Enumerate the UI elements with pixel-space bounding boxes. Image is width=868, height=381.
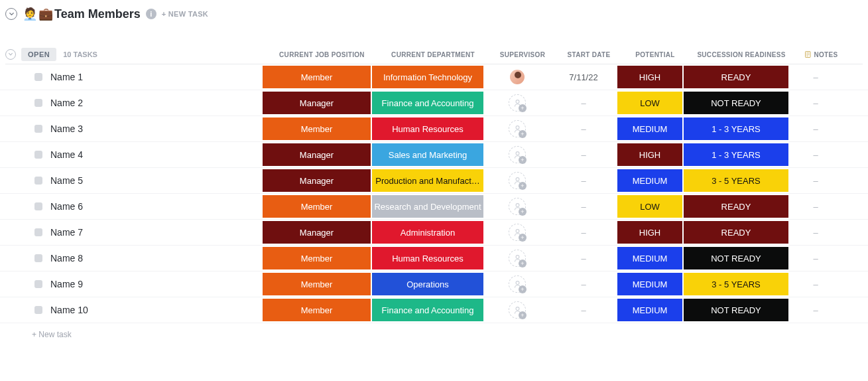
department-chip[interactable]: Research and Development (372, 195, 483, 218)
department-chip[interactable]: Finance and Accounting (372, 299, 483, 321)
position-chip[interactable]: Manager (263, 143, 371, 166)
notes-cell[interactable]: – (789, 305, 842, 315)
list-title[interactable]: 🧑‍💼 💼 Team Members (23, 7, 141, 21)
position-chip[interactable]: Manager (263, 169, 371, 192)
start-date-cell[interactable]: – (550, 279, 617, 289)
task-name[interactable]: Name 5 (50, 175, 83, 186)
notes-cell[interactable]: – (789, 254, 842, 264)
succession-chip[interactable]: NOT READY (684, 299, 788, 321)
column-header-position[interactable]: CURRENT JOB POSITION (267, 51, 377, 58)
department-chip[interactable]: Human Resources (372, 117, 483, 140)
column-header-department[interactable]: CURRENT DEPARTMENT (377, 51, 489, 58)
position-chip[interactable]: Member (263, 66, 371, 88)
info-icon[interactable]: i (146, 9, 156, 19)
notes-cell[interactable]: – (789, 124, 842, 134)
status-square-icon[interactable] (34, 306, 42, 314)
task-name[interactable]: Name 10 (50, 305, 88, 315)
potential-chip[interactable]: HIGH (617, 66, 682, 88)
status-square-icon[interactable] (34, 280, 42, 288)
start-date-cell[interactable]: – (550, 124, 617, 134)
potential-chip[interactable]: HIGH (617, 221, 682, 244)
column-header-potential[interactable]: POTENTIAL (622, 51, 688, 58)
department-chip[interactable]: Human Resources (372, 247, 483, 269)
add-supervisor-button[interactable]: + (509, 146, 526, 163)
position-chip[interactable]: Manager (263, 221, 371, 244)
add-supervisor-button[interactable]: + (509, 120, 526, 137)
task-name[interactable]: Name 7 (50, 227, 83, 238)
task-name[interactable]: Name 3 (50, 123, 83, 134)
status-square-icon[interactable] (34, 202, 42, 210)
succession-chip[interactable]: READY (684, 221, 788, 244)
potential-chip[interactable]: LOW (617, 195, 682, 218)
status-square-icon[interactable] (34, 228, 42, 236)
column-header-succession[interactable]: SUCCESSION READINESS (688, 51, 794, 58)
start-date-cell[interactable]: – (550, 305, 617, 315)
department-chip[interactable]: Finance and Accounting (372, 92, 483, 114)
potential-chip[interactable]: MEDIUM (617, 117, 682, 140)
succession-chip[interactable]: NOT READY (684, 92, 788, 114)
succession-chip[interactable]: 1 - 3 YEARS (684, 117, 788, 140)
status-square-icon[interactable] (34, 254, 42, 262)
succession-chip[interactable]: 3 - 5 YEARS (684, 169, 788, 192)
task-name[interactable]: Name 4 (50, 149, 83, 160)
notes-cell[interactable]: – (789, 279, 842, 289)
potential-chip[interactable]: LOW (617, 92, 682, 114)
notes-cell[interactable]: – (789, 72, 842, 82)
succession-chip[interactable]: 3 - 5 YEARS (684, 273, 788, 295)
column-header-start-date[interactable]: START DATE (556, 51, 622, 58)
status-square-icon[interactable] (34, 99, 42, 107)
status-square-icon[interactable] (34, 177, 42, 185)
expand-list-icon[interactable] (5, 8, 17, 20)
department-chip[interactable]: Operations (372, 273, 483, 295)
add-supervisor-button[interactable]: + (509, 172, 526, 189)
task-name[interactable]: Name 9 (50, 279, 83, 289)
potential-chip[interactable]: MEDIUM (617, 299, 682, 321)
add-supervisor-button[interactable]: + (509, 94, 526, 112)
supervisor-avatar[interactable] (509, 68, 526, 86)
department-chip[interactable]: Production and Manufact… (372, 169, 483, 192)
status-square-icon[interactable] (34, 73, 42, 81)
succession-chip[interactable]: READY (684, 66, 788, 88)
notes-cell[interactable]: – (789, 176, 842, 186)
succession-chip[interactable]: READY (684, 195, 788, 218)
department-chip[interactable]: Information Technology (372, 66, 483, 88)
task-name[interactable]: Name 6 (50, 201, 83, 212)
start-date-cell[interactable]: – (550, 150, 617, 160)
new-task-row[interactable]: + New task (0, 323, 868, 346)
position-chip[interactable]: Member (263, 299, 371, 321)
start-date-cell[interactable]: – (550, 176, 617, 186)
task-name[interactable]: Name 2 (50, 98, 83, 108)
notes-cell[interactable]: – (789, 202, 842, 212)
department-chip[interactable]: Administration (372, 221, 483, 244)
start-date-cell[interactable]: – (550, 228, 617, 238)
department-chip[interactable]: Sales and Marketing (372, 143, 483, 166)
position-chip[interactable]: Manager (263, 92, 371, 114)
position-chip[interactable]: Member (263, 247, 371, 269)
status-square-icon[interactable] (34, 125, 42, 133)
notes-cell[interactable]: – (789, 228, 842, 238)
potential-chip[interactable]: MEDIUM (617, 247, 682, 269)
group-status-pill[interactable]: OPEN (21, 48, 56, 61)
position-chip[interactable]: Member (263, 195, 371, 218)
add-supervisor-button[interactable]: + (509, 275, 526, 293)
task-name[interactable]: Name 8 (50, 253, 83, 264)
potential-chip[interactable]: HIGH (617, 143, 682, 166)
position-chip[interactable]: Member (263, 273, 371, 295)
new-task-button[interactable]: + NEW TASK (162, 10, 208, 18)
add-supervisor-button[interactable]: + (509, 224, 526, 241)
succession-chip[interactable]: 1 - 3 YEARS (684, 143, 788, 166)
add-supervisor-button[interactable]: + (509, 301, 526, 319)
notes-cell[interactable]: – (789, 98, 842, 108)
task-name[interactable]: Name 1 (50, 72, 83, 82)
column-header-notes[interactable]: NOTES (794, 50, 847, 58)
start-date-cell[interactable]: – (550, 98, 617, 108)
start-date-cell[interactable]: – (550, 202, 617, 212)
column-header-supervisor[interactable]: SUPERVISOR (489, 51, 556, 58)
notes-cell[interactable]: – (789, 150, 842, 160)
position-chip[interactable]: Member (263, 117, 371, 140)
start-date-cell[interactable]: 7/11/22 (550, 72, 617, 82)
potential-chip[interactable]: MEDIUM (617, 273, 682, 295)
status-square-icon[interactable] (34, 151, 42, 159)
potential-chip[interactable]: MEDIUM (617, 169, 682, 192)
add-supervisor-button[interactable]: + (509, 198, 526, 215)
